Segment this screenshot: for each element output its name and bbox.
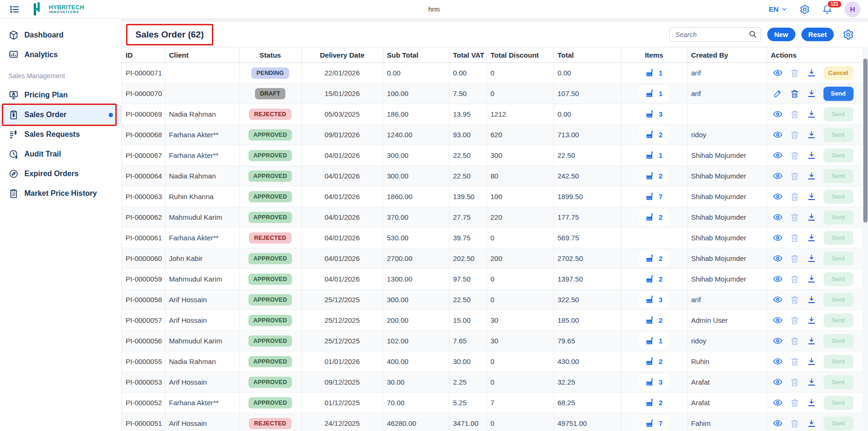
delete-trash-icon[interactable] [790,418,800,428]
download-icon[interactable] [807,130,816,140]
sidebar-item-audit-trail[interactable]: Audit Trail [0,144,121,164]
menu-toggle-icon[interactable] [9,4,20,15]
download-icon[interactable] [807,212,816,222]
sent-button[interactable]: Sent [823,334,853,348]
delete-trash-icon[interactable] [790,357,800,366]
company-logo[interactable]: HYBRITECH INNOVATIONS [32,2,84,16]
download-icon[interactable] [807,357,816,366]
sidebar-item-analytics[interactable]: Analytics [0,45,121,65]
items-link[interactable]: 3 [639,106,668,122]
delete-trash-icon[interactable] [790,295,800,305]
cancel-button[interactable]: Cancel [823,66,853,80]
delete-trash-icon[interactable] [790,130,800,140]
delete-trash-icon[interactable] [790,398,800,408]
delete-trash-icon[interactable] [790,89,800,98]
items-link[interactable]: 2 [639,209,668,225]
sent-button[interactable]: Sent [823,396,853,410]
items-link[interactable]: 2 [639,353,668,370]
download-icon[interactable] [807,336,816,346]
download-icon[interactable] [807,150,816,160]
delete-trash-icon[interactable] [790,171,800,181]
sent-button[interactable]: Sent [823,293,853,307]
reset-button[interactable]: Reset [801,28,834,41]
edit-pencil-icon[interactable] [773,89,783,98]
download-icon[interactable] [807,192,816,201]
view-eye-icon[interactable] [773,336,783,346]
sent-button[interactable]: Sent [823,149,853,163]
delete-trash-icon[interactable] [790,315,800,325]
delete-trash-icon[interactable] [790,150,800,160]
view-eye-icon[interactable] [773,233,783,243]
sidebar-item-sales-requests[interactable]: Sales Requests [0,125,121,144]
download-icon[interactable] [807,109,816,119]
delete-trash-icon[interactable] [790,68,800,78]
view-eye-icon[interactable] [773,253,783,263]
items-link[interactable]: 2 [639,250,668,267]
delete-trash-icon[interactable] [790,233,800,243]
items-link[interactable]: 1 [639,333,668,349]
view-eye-icon[interactable] [773,377,783,387]
delete-trash-icon[interactable] [790,109,800,119]
sent-button[interactable]: Sent [823,190,853,204]
view-eye-icon[interactable] [773,150,783,160]
items-link[interactable]: 2 [639,168,668,184]
sent-button[interactable]: Sent [823,375,853,389]
download-icon[interactable] [807,295,816,305]
sent-button[interactable]: Sent [823,313,853,327]
new-button[interactable]: New [767,28,795,41]
download-icon[interactable] [807,418,816,428]
delete-trash-icon[interactable] [790,253,800,263]
sent-button[interactable]: Sent [823,128,853,142]
view-eye-icon[interactable] [773,109,783,119]
delete-trash-icon[interactable] [790,274,800,284]
view-eye-icon[interactable] [773,212,783,222]
view-eye-icon[interactable] [773,295,783,305]
download-icon[interactable] [807,253,816,263]
items-link[interactable]: 1 [639,85,668,102]
view-eye-icon[interactable] [773,130,783,140]
download-icon[interactable] [807,274,816,284]
items-link[interactable]: 2 [639,394,668,411]
sidebar-item-expired-orders[interactable]: Expired Orders [0,164,121,184]
items-link[interactable]: 7 [639,188,668,205]
view-eye-icon[interactable] [773,68,783,78]
send-button[interactable]: Send [823,87,853,101]
download-icon[interactable] [807,68,816,78]
scrollbar-thumb[interactable] [863,59,868,223]
search-input[interactable] [669,27,761,42]
delete-trash-icon[interactable] [790,212,800,222]
language-selector[interactable]: EN [769,5,787,13]
sent-button[interactable]: Sent [823,416,853,431]
sent-button[interactable]: Sent [823,252,853,266]
items-link[interactable]: 2 [639,126,668,143]
download-icon[interactable] [807,89,816,98]
user-avatar[interactable]: H [845,1,861,17]
download-icon[interactable] [807,398,816,408]
items-link[interactable]: 3 [639,374,668,390]
items-link[interactable]: 3 [639,291,668,308]
items-link[interactable]: 1 [639,147,668,163]
sidebar-item-pricing-plan[interactable]: Pricing Plan [0,85,121,105]
sent-button[interactable]: Sent [823,210,853,224]
delete-trash-icon[interactable] [790,336,800,346]
sidebar-item-sales-order[interactable]: Sales Order [0,105,121,125]
items-link[interactable]: 2 [639,271,668,287]
sent-button[interactable]: Sent [823,355,853,369]
view-eye-icon[interactable] [773,274,783,284]
sidebar-item-market-price-history[interactable]: Market Price History [0,184,121,203]
items-link[interactable]: 2 [639,312,668,328]
delete-trash-icon[interactable] [790,377,800,387]
sent-button[interactable]: Sent [823,169,853,183]
download-icon[interactable] [807,315,816,325]
view-eye-icon[interactable] [773,171,783,181]
view-eye-icon[interactable] [773,418,783,428]
view-eye-icon[interactable] [773,315,783,325]
table-settings-gear-icon[interactable] [843,29,854,40]
sent-button[interactable]: Sent [823,107,853,121]
sent-button[interactable]: Sent [823,231,853,245]
delete-trash-icon[interactable] [790,192,800,201]
items-link[interactable]: 1 [639,65,668,81]
download-icon[interactable] [807,377,816,387]
view-eye-icon[interactable] [773,192,783,201]
vertical-scrollbar[interactable] [862,47,868,431]
